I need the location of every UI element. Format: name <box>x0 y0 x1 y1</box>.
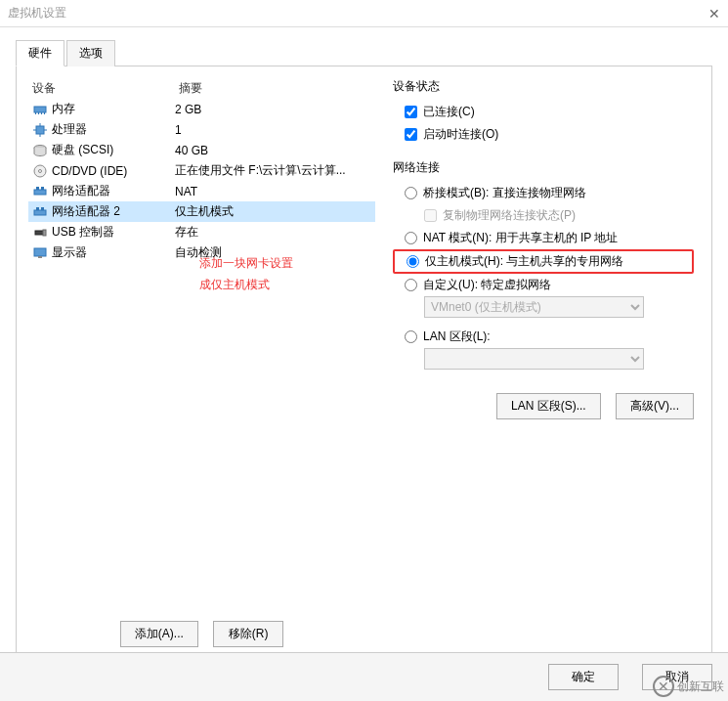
connect-power-checkbox-row[interactable]: 启动时连接(O) <box>393 123 694 146</box>
device-row[interactable]: CD/DVD (IDE)正在使用文件 F:\云计算\云计算... <box>28 160 375 181</box>
device-name: 硬盘 (SCSI) <box>52 142 113 158</box>
hostonly-radio[interactable] <box>407 255 419 268</box>
connected-checkbox[interactable] <box>405 106 417 118</box>
dialog-footer: 确定 取消 <box>0 652 728 701</box>
connected-checkbox-row[interactable]: 已连接(C) <box>393 101 694 123</box>
title-bar: 虚拟机设置 ✕ <box>0 0 728 27</box>
device-buttons: 添加(A)... 移除(R) <box>28 613 375 655</box>
cpu-icon <box>32 122 48 138</box>
net-icon <box>32 204 48 220</box>
lan-segment-label: LAN 区段(L): <box>423 329 491 345</box>
svg-rect-14 <box>36 187 39 190</box>
disk-icon <box>32 143 48 158</box>
hostonly-radio-row[interactable]: 仅主机模式(H): 与主机共享的专用网络 <box>395 253 692 270</box>
ok-button[interactable]: 确定 <box>548 664 619 690</box>
device-row[interactable]: USB 控制器存在 <box>28 222 375 242</box>
settings-pane: 设备状态 已连接(C) 启动时连接(O) 网络连接 桥接模式(B): 直接连接物… <box>387 78 700 655</box>
dialog-body: 硬件 选项 设备 摘要 内存2 GB处理器1硬盘 (SCSI)40 GBCD/D… <box>0 27 728 652</box>
replicate-label: 复制物理网络连接状态(P) <box>443 207 576 224</box>
device-name: 处理器 <box>52 121 87 138</box>
list-header: 设备 摘要 <box>28 78 375 99</box>
custom-label: 自定义(U): 特定虚拟网络 <box>423 277 551 293</box>
svg-rect-0 <box>34 107 46 112</box>
window-title: 虚拟机设置 <box>8 5 66 22</box>
device-summary: 1 <box>175 123 371 137</box>
watermark: ✕ 创新互联 <box>653 676 724 697</box>
lan-segments-button[interactable]: LAN 区段(S)... <box>496 393 601 419</box>
device-summary: 40 GB <box>175 144 371 157</box>
device-summary: 正在使用文件 F:\云计算\云计算... <box>175 162 371 179</box>
svg-rect-5 <box>36 126 44 134</box>
custom-radio-row[interactable]: 自定义(U): 特定虚拟网络 <box>393 274 694 296</box>
watermark-icon: ✕ <box>653 676 674 697</box>
nat-radio-row[interactable]: NAT 模式(N): 用于共享主机的 IP 地址 <box>393 227 694 249</box>
memory-icon <box>32 102 48 117</box>
svg-rect-2 <box>38 112 39 114</box>
device-summary: 2 GB <box>175 103 371 116</box>
nat-radio[interactable] <box>405 232 417 244</box>
remove-button[interactable]: 移除(R) <box>213 621 283 647</box>
device-row[interactable]: 网络适配器 2仅主机模式 <box>28 201 375 222</box>
add-button[interactable]: 添加(A)... <box>120 621 198 647</box>
network-connection-group: 网络连接 桥接模式(B): 直接连接物理网络 复制物理网络连接状态(P) NAT… <box>393 159 694 370</box>
close-icon[interactable]: ✕ <box>708 6 720 22</box>
svg-rect-17 <box>36 207 39 210</box>
bridged-radio[interactable] <box>405 187 417 199</box>
svg-rect-22 <box>38 256 42 258</box>
svg-rect-21 <box>34 248 46 256</box>
device-pane: 设备 摘要 内存2 GB处理器1硬盘 (SCSI)40 GBCD/DVD (ID… <box>28 78 375 655</box>
svg-rect-20 <box>43 230 46 236</box>
device-name: 网络适配器 <box>52 183 110 199</box>
device-summary: 存在 <box>175 224 371 241</box>
header-device: 设备 <box>32 80 179 97</box>
watermark-text: 创新互联 <box>677 679 724 695</box>
connect-power-checkbox[interactable] <box>405 128 417 141</box>
device-summary: NAT <box>175 185 371 198</box>
content-area: 设备 摘要 内存2 GB处理器1硬盘 (SCSI)40 GBCD/DVD (ID… <box>16 66 712 668</box>
svg-rect-18 <box>41 207 44 210</box>
device-row[interactable]: 网络适配器NAT <box>28 181 375 201</box>
device-name: USB 控制器 <box>52 224 114 241</box>
bridged-label: 桥接模式(B): 直接连接物理网络 <box>423 185 586 201</box>
svg-point-12 <box>39 169 42 172</box>
lan-segment-select <box>424 348 644 370</box>
connect-power-label: 启动时连接(O) <box>423 126 498 143</box>
lan-segment-radio-row[interactable]: LAN 区段(L): <box>393 326 694 348</box>
tab-hardware[interactable]: 硬件 <box>16 40 64 66</box>
device-status-title: 设备状态 <box>393 78 694 95</box>
cd-icon <box>32 163 48 179</box>
tab-options[interactable]: 选项 <box>66 40 115 66</box>
hostonly-label: 仅主机模式(H): 与主机共享的专用网络 <box>425 253 623 270</box>
annotation-line1: 添加一块网卡设置 <box>199 252 293 274</box>
annotation-line2: 成仅主机模式 <box>199 274 293 295</box>
svg-rect-15 <box>41 187 44 190</box>
advanced-button[interactable]: 高级(V)... <box>616 393 694 419</box>
svg-rect-3 <box>41 112 42 114</box>
device-row[interactable]: 硬盘 (SCSI)40 GB <box>28 140 375 160</box>
device-row[interactable]: 处理器1 <box>28 119 375 140</box>
device-status-group: 设备状态 已连接(C) 启动时连接(O) <box>393 78 694 146</box>
svg-rect-4 <box>44 112 45 114</box>
device-name: 显示器 <box>52 244 87 261</box>
device-row[interactable]: 内存2 GB <box>28 99 375 119</box>
custom-radio[interactable] <box>405 279 417 291</box>
replicate-checkbox-row: 复制物理网络连接状态(P) <box>393 204 694 227</box>
device-list: 设备 摘要 内存2 GB处理器1硬盘 (SCSI)40 GBCD/DVD (ID… <box>28 78 375 613</box>
svg-rect-16 <box>34 210 46 215</box>
lan-segment-radio[interactable] <box>405 330 417 343</box>
tab-strip: 硬件 选项 <box>16 39 712 66</box>
hostonly-highlight: 仅主机模式(H): 与主机共享的专用网络 <box>393 249 694 274</box>
custom-network-select: VMnet0 (仅主机模式) <box>424 296 644 318</box>
net-icon <box>32 184 48 199</box>
header-summary: 摘要 <box>179 80 371 97</box>
nat-label: NAT 模式(N): 用于共享主机的 IP 地址 <box>423 230 618 246</box>
svg-rect-1 <box>35 112 36 114</box>
network-connection-title: 网络连接 <box>393 159 694 176</box>
device-name: 内存 <box>52 101 75 117</box>
right-buttons: LAN 区段(S)... 高级(V)... <box>393 383 694 429</box>
device-name: 网络适配器 2 <box>52 203 120 220</box>
replicate-checkbox <box>424 209 437 222</box>
usb-icon <box>32 225 48 241</box>
display-icon <box>32 245 48 261</box>
bridged-radio-row[interactable]: 桥接模式(B): 直接连接物理网络 <box>393 182 694 204</box>
